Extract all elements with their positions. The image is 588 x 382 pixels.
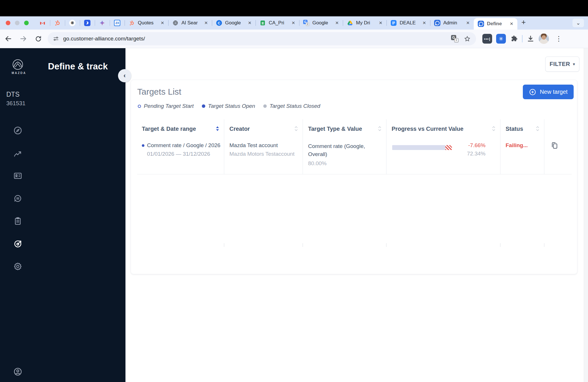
google-translate-icon: G 文 — [303, 20, 310, 26]
gmail-icon — [39, 20, 46, 26]
google-drive-icon — [347, 20, 353, 26]
status-legend: Pending Target Start Target Status Open … — [138, 103, 320, 109]
tab-ai-search[interactable]: AI Sear ✕ — [168, 16, 212, 30]
tab-close-icon[interactable]: ✕ — [421, 20, 427, 26]
translate-page-icon[interactable]: G 文 — [451, 35, 459, 42]
url-text[interactable]: go.customer-alliance.com/targets/ — [63, 36, 451, 42]
tab-close-icon[interactable]: ✕ — [247, 20, 253, 26]
trend-chart-icon — [13, 149, 22, 158]
tab-close-icon[interactable]: ✕ — [378, 20, 384, 26]
downloads-icon[interactable] — [527, 35, 535, 43]
sort-icon[interactable] — [294, 126, 298, 131]
url-omnibox[interactable]: go.customer-alliance.com/targets/ G 文 — [48, 32, 476, 45]
target-date-range: 01/01/2026 — 31/12/2026 — [147, 151, 224, 157]
sidebar-item-targets[interactable] — [13, 239, 22, 248]
table-header-row: Target & Date range Creator — [137, 119, 572, 137]
pinned-tab-google-calendar[interactable]: 23 — [110, 16, 125, 30]
plus-circle-icon — [529, 88, 536, 96]
gray-dot-marker-icon — [263, 104, 267, 108]
target-value: 80.00% — [308, 160, 386, 167]
pinned-tab-gmail[interactable] — [35, 16, 50, 30]
filter-label: FILTER — [550, 61, 570, 67]
blue-asterisk-extension-icon[interactable]: ✳ — [496, 34, 506, 44]
targets-table: Target & Date range Creator — [137, 119, 572, 174]
forward-button[interactable] — [17, 32, 30, 45]
tab-close-icon[interactable]: ✕ — [508, 21, 514, 27]
new-target-button[interactable]: New target — [523, 85, 574, 99]
toolbar-separator — [522, 35, 523, 42]
target-row[interactable]: Comment rate / Google / 2026 01/01/2026 … — [137, 137, 572, 174]
progress-delta: -7.66% — [452, 142, 486, 149]
back-button[interactable] — [2, 32, 15, 45]
tab-my-drive[interactable]: My Dri ✕ — [343, 16, 386, 30]
window-controls — [0, 16, 35, 30]
sidebar-item-statistics[interactable] — [13, 149, 22, 158]
account-code: DTS — [6, 91, 26, 98]
tab-quotes[interactable]: Quotes ✕ — [125, 16, 168, 30]
password-manager-extension-icon[interactable]: •••| — [482, 34, 492, 44]
tab-close-icon[interactable]: ✕ — [334, 20, 340, 26]
bookmark-star-icon[interactable] — [464, 35, 471, 42]
col-header-creator[interactable]: Creator — [224, 119, 303, 137]
pinned-tab-gemini[interactable] — [95, 16, 110, 30]
cell-creator: Mazda Test account Mazda Motors Testacco… — [224, 137, 303, 174]
col-header-progress[interactable]: Progress vs Current Value — [386, 119, 500, 137]
pinned-tab-chatgpt[interactable]: ❋ — [65, 16, 80, 30]
sidebar-item-surveys[interactable] — [13, 217, 22, 226]
sort-icon[interactable] — [536, 126, 539, 131]
progress-bar — [392, 145, 452, 150]
legend-item-open: Target Status Open — [202, 103, 255, 109]
window-zoom-button[interactable] — [24, 21, 29, 25]
tab-google-translate[interactable]: G 文 Google ✕ — [299, 16, 343, 30]
sidebar-item-settings[interactable] — [13, 262, 22, 271]
duplicate-target-button[interactable] — [550, 141, 559, 150]
sort-icon[interactable] — [492, 126, 496, 131]
pinned-tab-hubspot[interactable] — [50, 16, 65, 30]
col-header-type-value[interactable]: Target Type & Value — [303, 119, 386, 137]
chevron-down-icon: ▾ — [573, 62, 575, 66]
sidebar-item-explore[interactable] — [13, 126, 22, 135]
customer-alliance-icon — [478, 21, 484, 27]
filter-button[interactable]: FILTER ▾ — [545, 56, 579, 72]
sort-icon-active[interactable] — [216, 126, 219, 131]
blue-dot-marker-icon — [202, 104, 205, 108]
window-minimize-button[interactable] — [15, 21, 20, 25]
extensions-puzzle-icon[interactable] — [510, 35, 518, 43]
legend-item-closed: Target Status Closed — [263, 103, 320, 109]
tab-define-active[interactable]: Define ✕ — [474, 18, 517, 30]
site-settings-icon[interactable] — [53, 36, 59, 42]
tab-title: My Dri — [356, 20, 376, 26]
tab-close-icon[interactable]: ✕ — [203, 20, 209, 26]
sidebar-collapse-button[interactable]: ‹ — [118, 69, 131, 82]
chevron-left-icon: ‹ — [123, 72, 125, 79]
sidebar-account-button[interactable] — [13, 367, 22, 376]
sidebar-item-messages[interactable] — [13, 194, 22, 203]
creator-account: Mazda Motors Testaccount — [229, 151, 303, 157]
page-scrollbar[interactable] — [584, 48, 588, 382]
hubspot-icon — [129, 20, 135, 26]
browser-menu-icon[interactable]: ⋮ — [553, 35, 564, 43]
col-header-target-date[interactable]: Target & Date range — [137, 119, 224, 137]
browser-toolbar: go.customer-alliance.com/targets/ G 文 ••… — [0, 30, 588, 48]
profile-avatar[interactable] — [539, 34, 549, 44]
account-block: DTS 361531 — [6, 91, 26, 107]
reload-button[interactable] — [32, 32, 45, 45]
google-sheets-icon — [260, 20, 266, 26]
sidebar: MAZDA Define & track DTS 361531 — [0, 48, 125, 382]
tab-ca-pri[interactable]: CA_Pri ✕ — [256, 16, 299, 30]
tab-admin[interactable]: Admin ✕ — [430, 16, 474, 30]
pinned-tab-blue-app[interactable] — [80, 16, 95, 30]
sidebar-item-contacts[interactable] — [13, 171, 22, 180]
tab-google-c[interactable]: C Google ✕ — [212, 16, 256, 30]
google-docs-icon — [390, 20, 397, 26]
sort-icon[interactable] — [378, 126, 382, 131]
col-header-status[interactable]: Status — [500, 119, 544, 137]
tab-deale[interactable]: DEALE ✕ — [386, 16, 430, 30]
tab-close-icon[interactable]: ✕ — [290, 20, 296, 26]
tab-title: AI Sear — [181, 20, 201, 26]
tab-search-chevron[interactable]: ⌄ — [572, 19, 584, 27]
tab-close-icon[interactable]: ✕ — [159, 20, 165, 26]
window-close-button[interactable] — [6, 21, 10, 25]
tab-close-icon[interactable]: ✕ — [465, 20, 471, 26]
new-tab-button[interactable]: + — [517, 18, 530, 28]
